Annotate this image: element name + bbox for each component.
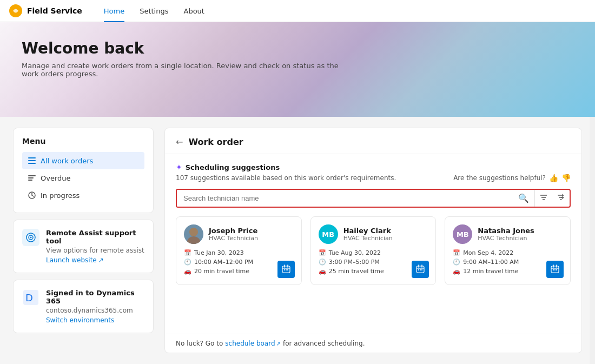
search-input[interactable] — [177, 190, 513, 207]
svg-rect-4 — [28, 175, 36, 176]
dynamics-icon: D — [22, 289, 39, 306]
tech-avatar-0 — [184, 224, 203, 244]
svg-rect-5 — [28, 177, 34, 178]
nav-item-home[interactable]: Home — [97, 0, 131, 22]
calendar-icon-0: 📅 — [184, 249, 191, 256]
thumbs-down-icon[interactable]: 👎 — [561, 174, 571, 182]
work-order-title: Work order — [188, 137, 243, 147]
tech-name-1: Hailey Clark — [343, 227, 393, 235]
back-button[interactable]: ← — [176, 137, 183, 147]
tech-date-2: 📅 Mon Sep 4, 2022 — [453, 249, 563, 256]
tech-date-0: 📅 Tue Jan 30, 2023 — [184, 249, 294, 256]
search-bar: 🔍 — [176, 189, 571, 208]
svg-rect-2 — [28, 160, 36, 161]
app-logo: Field Service — [9, 4, 82, 18]
tech-avatar-2: MB — [453, 224, 472, 244]
dynamics-subtitle: contoso.dynamics365.com — [46, 307, 144, 314]
search-button[interactable]: 🔍 — [513, 190, 534, 207]
tech-role-2: HVAC Technician — [478, 235, 534, 242]
svg-rect-24 — [287, 269, 288, 270]
work-order-footer: No luck? Go to schedule board ↗ for adva… — [165, 334, 581, 353]
app-name: Field Service — [27, 6, 82, 15]
menu-item-label: Overdue — [41, 174, 71, 182]
calendar-icon-1: 📅 — [319, 249, 326, 256]
tech-role-0: HVAC Technician — [209, 235, 258, 242]
external-link-icon: ↗ — [276, 341, 281, 347]
book-button-0[interactable] — [277, 261, 295, 278]
clock-icon-0: 🕙 — [184, 259, 191, 266]
tech-name-row-2: MB Natasha Jones HVAC Technician — [453, 224, 563, 244]
car-icon-0: 🚗 — [184, 268, 191, 275]
dynamics-title: Signed in to Dynamics 365 — [46, 289, 144, 305]
overdue-icon — [28, 174, 36, 182]
car-icon-2: 🚗 — [453, 268, 460, 275]
remote-assist-icon — [22, 229, 39, 246]
work-order-body: ✦ Scheduling suggestions 107 suggestions… — [165, 154, 581, 334]
hero-title: Welcome back — [22, 39, 573, 57]
nav-item-about[interactable]: About — [177, 0, 210, 22]
tech-avatar-1: MB — [319, 224, 338, 244]
clock-icon-1: 🕒 — [319, 259, 326, 266]
menu-title: Menu — [22, 137, 144, 145]
work-orders-icon — [28, 156, 36, 165]
svg-point-10 — [30, 237, 32, 239]
technician-cards: Joseph Price HVAC Technician 📅 Tue Jan 3… — [176, 216, 571, 285]
menu-item-all-work-orders[interactable]: All work orders — [22, 152, 144, 169]
launch-website-link[interactable]: Launch website ↗ — [46, 256, 144, 264]
dynamics-info: Signed in to Dynamics 365 contoso.dynami… — [46, 289, 144, 324]
svg-rect-22 — [284, 269, 285, 270]
svg-rect-36 — [553, 269, 554, 270]
menu-item-label: In progress — [41, 191, 80, 200]
menu-item-in-progress[interactable]: In progress — [22, 187, 144, 204]
dynamics-card: D Signed in to Dynamics 365 contoso.dyna… — [13, 280, 154, 333]
feedback-row: Are the suggestions helpful? 👍 👎 — [453, 174, 571, 182]
switch-environments-link[interactable]: Switch environments — [46, 316, 144, 324]
svg-rect-6 — [28, 180, 32, 181]
svg-rect-30 — [420, 269, 421, 270]
suggestions-count: 107 suggestions available based on this … — [176, 174, 396, 182]
tech-name-info-2: Natasha Jones HVAC Technician — [478, 227, 534, 242]
work-order-panel: ← Work order ✦ Scheduling suggestions 10… — [164, 128, 582, 353]
book-button-2[interactable] — [546, 261, 564, 278]
filter-button[interactable] — [534, 190, 552, 207]
feedback-text: Are the suggestions helpful? — [453, 174, 546, 182]
app-logo-icon — [9, 4, 23, 18]
suggestions-row: 107 suggestions available based on this … — [176, 174, 571, 182]
tech-name-2: Natasha Jones — [478, 227, 534, 235]
menu-item-label: All work orders — [41, 157, 93, 165]
hero-subtitle: Manage and create work orders from a sin… — [22, 62, 357, 78]
scheduling-header: ✦ Scheduling suggestions — [176, 163, 571, 171]
schedule-board-link[interactable]: schedule board ↗ — [225, 340, 281, 347]
technician-card-1: MB Hailey Clark HVAC Technician 📅 Tue Au… — [310, 216, 437, 285]
calendar-icon-2: 📅 — [453, 249, 460, 256]
svg-text:D: D — [25, 292, 33, 303]
sort-button[interactable] — [552, 190, 570, 207]
nav-bar: Home Settings About — [97, 0, 211, 22]
external-link-icon: ↗ — [98, 256, 104, 264]
footer-post-text: for advanced scheduling. — [283, 340, 365, 347]
tech-name-0: Joseph Price — [209, 227, 258, 235]
header: Field Service Home Settings About — [0, 0, 595, 22]
svg-rect-23 — [286, 269, 287, 270]
svg-rect-38 — [556, 269, 557, 270]
technician-card-0: Joseph Price HVAC Technician 📅 Tue Jan 3… — [176, 216, 302, 285]
remote-assist-card: Remote Assist support tool View options … — [13, 220, 154, 273]
thumbs-up-icon[interactable]: 👍 — [549, 174, 558, 182]
sidebar: Menu All work orders — [13, 128, 154, 353]
book-button-1[interactable] — [412, 261, 429, 278]
tech-name-info-0: Joseph Price HVAC Technician — [209, 227, 258, 242]
footer-pre-text: No luck? Go to — [176, 340, 223, 347]
nav-item-settings[interactable]: Settings — [133, 0, 175, 22]
svg-rect-37 — [554, 269, 556, 270]
remote-assist-name: Remote Assist support tool — [46, 229, 144, 245]
tech-name-info-1: Hailey Clark HVAC Technician — [343, 227, 393, 242]
tech-name-row-0: Joseph Price HVAC Technician — [184, 224, 294, 244]
svg-point-17 — [187, 236, 200, 244]
tech-date-1: 📅 Tue Aug 30, 2022 — [319, 249, 428, 256]
menu-item-overdue[interactable]: Overdue — [22, 169, 144, 187]
car-icon-1: 🚗 — [319, 268, 326, 275]
menu-card: Menu All work orders — [13, 128, 154, 213]
clock-icon-2: 🕘 — [453, 259, 460, 266]
svg-rect-31 — [421, 269, 422, 270]
in-progress-icon — [28, 191, 36, 200]
